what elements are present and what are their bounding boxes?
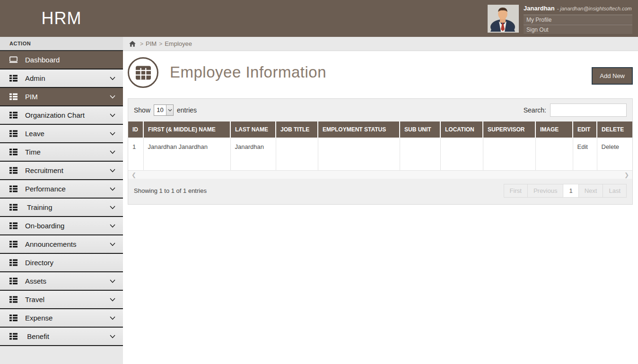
list-icon [9,75,18,82]
sidebar-item-directory[interactable]: Directory [0,254,123,272]
breadcrumb-items: >PIM>Employee [138,40,192,47]
sidebar-item-label: Directory [25,259,53,267]
list-icon [9,112,18,119]
user-menu-item-sign-out[interactable]: Sign Out [524,25,632,35]
column-header-supervisor[interactable]: SUPERVISOR [483,121,535,138]
chevron-down-icon [110,224,115,228]
page-content: Employee Information Add New Show 10 ent… [123,51,638,205]
home-icon[interactable] [129,41,136,47]
sidebar-item-announcements[interactable]: Announcements [0,235,123,254]
column-header-location[interactable]: LOCATION [440,121,483,138]
list-icon [9,93,18,101]
chevron-down-icon [110,113,115,117]
table-row: 1Janardhan JanardhanJanardhanEditDelete [128,138,632,170]
sidebar-item-label: Performance [25,185,66,193]
breadcrumb-item-employee[interactable]: Employee [165,40,192,47]
horizontal-scrollbar[interactable]: ❮ ❯ [128,170,632,179]
search-area: Search: [524,104,627,117]
sidebar-item-travel[interactable]: Travel [0,291,123,309]
sidebar-item-on-boarding[interactable]: On-boarding [0,217,123,235]
sidebar-item-label: Announcements [25,240,76,248]
breadcrumb: >PIM>Employee [123,37,638,51]
column-header-first-middle-name[interactable]: FIRST (& MIDDLE) NAME [143,121,230,138]
add-new-button[interactable]: Add New [592,67,633,85]
sidebar-item-admin[interactable]: Admin [0,69,123,88]
sidebar-item-recruitment[interactable]: Recruitment [0,162,123,180]
chevron-down-icon [110,169,115,173]
sidebar-item-benefit[interactable]: Benefit [0,328,123,346]
avatar [488,5,519,33]
column-header-delete[interactable]: DELETE [597,121,632,138]
show-label: Show [134,106,150,114]
employee-table: IDFIRST (& MIDDLE) NAMELAST NAMEJOB TITL… [128,121,632,170]
cell-job-title [276,138,318,170]
list-icon [9,277,18,285]
cell-first-middle-name[interactable]: Janardhan Janardhan [143,138,230,170]
column-header-id[interactable]: ID [128,121,143,138]
cell-edit[interactable]: Edit [573,138,597,170]
dashboard-icon [9,56,18,64]
sidebar-section-label: ACTION [9,41,31,46]
list-icon [9,167,18,174]
sidebar-item-label: Travel [25,295,44,303]
breadcrumb-separator: > [140,41,143,47]
cell-delete[interactable]: Delete [597,138,632,170]
datatable-footer: Showing 1 to 1 of 1 entries FirstPreviou… [128,179,632,204]
app-header: HRM Janardhan - janardhan@insightsoftech… [0,0,638,37]
list-icon [9,296,18,303]
list-icon [9,204,18,211]
list-icon [9,259,18,267]
user-email: - janardhan@insightsoftech.com [557,6,632,11]
sidebar-item-assets[interactable]: Assets [0,272,123,291]
sidebar-item-label: Time [25,148,41,156]
list-icon [9,148,18,156]
page-button-1[interactable]: 1 [563,184,578,198]
column-header-sub-unit[interactable]: SUB UNIT [400,121,440,138]
chevron-down-icon [110,279,115,283]
app-logo: HRM [42,9,82,28]
user-menu: My ProfileSign Out [524,15,632,35]
list-icon [9,241,18,248]
page-title: Employee Information [170,63,326,81]
sidebar-item-label: PIM [25,93,38,101]
sidebar: ACTION DashboardAdminPIMOrganization Cha… [0,37,123,364]
column-header-last-name[interactable]: LAST NAME [230,121,276,138]
chevron-down-icon [110,243,115,246]
sidebar-item-organization-chart[interactable]: Organization Chart [0,106,123,125]
search-label: Search: [524,106,546,114]
sidebar-item-dashboard[interactable]: Dashboard [0,51,123,69]
chevron-down-icon [110,77,115,80]
column-header-image[interactable]: IMAGE [535,121,573,138]
cell-supervisor [483,138,535,170]
list-icon [9,130,18,138]
table-info: Showing 1 to 1 of 1 entries [134,187,207,194]
breadcrumb-item-pim[interactable]: PIM [146,40,157,47]
sidebar-item-label: Dashboard [25,56,60,64]
column-header-employment-status[interactable]: EMPLOYMENT STATUS [318,121,400,138]
scroll-right-icon[interactable]: ❯ [624,172,629,178]
list-icon [9,185,18,193]
column-header-job-title[interactable]: JOB TITLE [276,121,318,138]
sidebar-item-expense[interactable]: Expense [0,309,123,328]
chevron-down-icon [110,132,115,136]
chevron-down-icon [110,206,115,209]
table-grid-icon [128,57,158,88]
column-header-edit[interactable]: EDIT [573,121,597,138]
page-button-next: Next [578,184,603,198]
search-input[interactable] [550,104,627,117]
scroll-left-icon[interactable]: ❮ [131,172,136,178]
user-name: Janardhan [524,5,555,12]
page-length-select[interactable]: 10 [154,104,174,116]
sidebar-item-label: Expense [25,314,52,322]
sidebar-item-pim[interactable]: PIM [0,88,123,106]
sidebar-section-header: ACTION [0,37,123,51]
sidebar-item-time[interactable]: Time [0,143,123,162]
sidebar-item-leave[interactable]: Leave [0,125,123,143]
sidebar-item-performance[interactable]: Performance [0,180,123,199]
user-panel: Janardhan - janardhan@insightsoftech.com… [488,5,632,35]
user-menu-item-my-profile[interactable]: My Profile [524,15,632,25]
sidebar-item-label: Training [25,203,52,211]
cell-last-name: Janardhan [230,138,276,170]
sidebar-item-training[interactable]: Training [0,199,123,217]
user-identity: Janardhan - janardhan@insightsoftech.com [524,5,632,13]
